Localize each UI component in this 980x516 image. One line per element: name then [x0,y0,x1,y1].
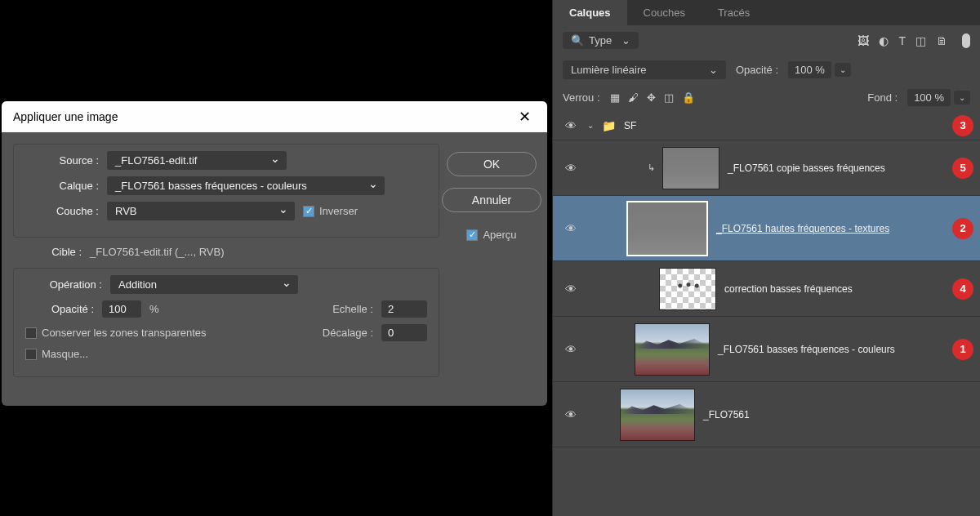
preserve-transparency-checkbox[interactable]: Conserver les zones transparentes [25,327,207,339]
shape-filter-icon[interactable]: ◫ [915,34,926,47]
layers-list: 👁 ⌄ 📁 SF 3 👁 ↳ _FLO7561 copie basses fré… [553,111,980,447]
channel-select[interactable]: RVB [107,202,295,220]
blend-fieldset: Opération : Addition Opacité : 100 % Ech… [13,268,439,377]
layer-group[interactable]: 👁 ⌄ 📁 SF 3 [553,111,980,140]
search-icon: 🔍 [571,34,584,47]
annotation-badge: 5 [952,158,973,179]
lock-artboard-icon[interactable]: ◫ [664,91,674,104]
chevron-down-icon[interactable]: ⌄ [954,91,970,105]
adjustment-filter-icon[interactable]: ◐ [879,34,889,47]
lock-position-icon[interactable]: ✥ [647,91,656,104]
chevron-down-icon[interactable]: ⌄ [835,63,851,77]
source-fieldset: Source : _FLO7561-edit.tif Calque : _FLO… [13,144,439,238]
layer-thumbnail[interactable] [659,268,716,310]
tab-paths[interactable]: Tracés [702,0,766,25]
opacity-label: Opacité : [25,303,94,315]
cancel-button[interactable]: Annuler [442,188,541,212]
layer-name[interactable]: _FLO7561 basses fréquences - couleurs [718,344,895,355]
offset-label: Décalage : [323,327,373,339]
mask-checkbox[interactable]: Masque... [25,348,88,360]
operation-label: Opération : [25,278,102,291]
group-name[interactable]: SF [624,120,636,131]
operation-select[interactable]: Addition [110,275,298,294]
layer-thumbnail[interactable] [635,323,710,376]
lock-label: Verrou : [563,91,600,104]
dialog-titlebar[interactable]: Appliquer une image ✕ [2,101,547,132]
annotation-badge: 3 [952,115,973,136]
fill-input[interactable]: 100 % [907,89,951,106]
layer-name[interactable]: _FLO7561 copie basses fréquences [728,162,885,174]
offset-input[interactable]: 0 [381,324,427,341]
layer-row[interactable]: 👁 _FLO7561 basses fréquences - couleurs … [553,317,980,382]
visibility-icon[interactable]: 👁 [563,408,579,421]
scale-input[interactable]: 2 [381,300,427,318]
panel-tabs: Calques Couches Tracés [553,0,980,25]
clip-icon: ↳ [648,162,655,173]
layers-panel: Calques Couches Tracés 🔍 Type 🖼 ◐ T ◫ 🗎 … [552,0,980,516]
close-icon[interactable]: ✕ [514,108,536,126]
annotation-badge: 4 [952,278,973,300]
image-filter-icon[interactable]: 🖼 [858,34,869,47]
fill-label: Fond : [867,91,898,104]
lock-transparency-icon[interactable]: ▦ [610,91,620,104]
layer-name[interactable]: _FLO7561 [703,409,750,420]
tab-channels[interactable]: Couches [627,0,702,25]
target-label: Cible : [24,246,82,258]
visibility-icon[interactable]: 👁 [563,343,579,356]
scale-label: Echelle : [332,303,373,315]
source-select[interactable]: _FLO7561-edit.tif [107,151,287,170]
visibility-icon[interactable]: 👁 [563,282,579,296]
type-filter-icon[interactable]: T [898,34,906,47]
lock-all-icon[interactable]: 🔒 [682,91,695,104]
check-icon: ✓ [466,229,478,241]
preview-checkbox[interactable]: ✓ Aperçu [466,229,516,241]
ok-button[interactable]: OK [447,152,537,176]
chevron-down-icon[interactable]: ⌄ [587,121,594,130]
layer-row[interactable]: 👁 _FLO7561 hautes fréquences - textures … [553,196,980,261]
filter-toggle[interactable] [962,33,970,48]
opacity-label: Opacité : [736,64,778,76]
target-value: _FLO7561-edit.tif (_..., RVB) [90,246,225,258]
source-label: Source : [25,154,99,167]
visibility-icon[interactable]: 👁 [563,222,579,235]
lock-brush-icon[interactable]: 🖌 [628,91,639,104]
layer-thumbnail[interactable] [626,201,708,256]
annotation-badge: 1 [952,339,973,360]
visibility-icon[interactable]: 👁 [563,162,579,175]
channel-label: Couche : [25,205,99,217]
layer-row[interactable]: 👁 _FLO7561 [553,382,980,447]
layer-thumbnail[interactable] [662,147,719,189]
apply-image-dialog: Appliquer une image ✕ Source : _FLO7561-… [2,101,547,406]
type-filter[interactable]: 🔍 Type [563,32,639,49]
layer-label: Calque : [25,180,99,192]
layer-row[interactable]: 👁 ↳ _FLO7561 copie basses fréquences 5 [553,140,980,196]
blend-mode-select[interactable]: Lumière linéaire⌄ [563,60,726,79]
layer-select[interactable]: _FLO7561 basses fréquences - couleurs [107,176,385,195]
layer-thumbnail[interactable] [620,389,695,441]
layer-row[interactable]: 👁 correction basses fréquences 4 [553,261,980,317]
invert-checkbox[interactable]: ✓ Inverser [303,205,358,217]
opacity-input[interactable]: 100 [102,300,141,318]
tab-layers[interactable]: Calques [553,0,627,25]
visibility-icon[interactable]: 👁 [563,119,579,132]
smartobj-filter-icon[interactable]: 🗎 [936,34,947,47]
folder-icon: 📁 [602,119,616,132]
layer-name[interactable]: correction basses fréquences [724,283,853,295]
annotation-badge: 2 [952,218,973,239]
layer-name[interactable]: _FLO7561 hautes fréquences - textures [716,223,889,234]
check-icon: ✓ [303,206,314,217]
opacity-input[interactable]: 100 % [788,61,831,78]
dialog-title: Appliquer une image [13,110,118,123]
